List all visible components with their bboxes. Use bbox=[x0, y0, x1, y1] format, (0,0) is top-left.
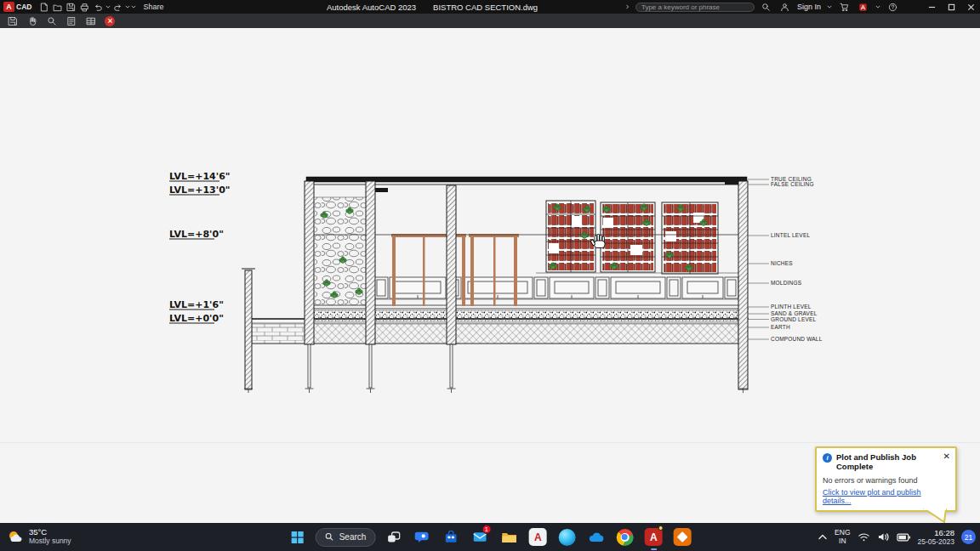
taskbar-search-label: Search bbox=[339, 532, 367, 542]
model-space-canvas[interactable]: LVL=+14'6" LVL=+13'0" LVL=+8'0" LVL=+1'6… bbox=[0, 28, 980, 523]
sign-in-button[interactable]: Sign In bbox=[797, 3, 821, 11]
notification-close-icon[interactable]: ✕ bbox=[943, 452, 950, 461]
level-label-0-0: LVL=+0'0" bbox=[169, 313, 224, 324]
volume-icon[interactable] bbox=[877, 531, 890, 542]
share-button[interactable]: Share bbox=[143, 3, 163, 11]
annotation-false-ceiling: FALSE CEILING bbox=[771, 181, 814, 187]
annotation-compound-wall: COMPOUND WALL bbox=[771, 336, 823, 342]
store-icon[interactable] bbox=[440, 523, 462, 551]
chat-icon[interactable] bbox=[411, 523, 433, 551]
weather-desc: Mostly sunny bbox=[29, 537, 71, 546]
file-explorer-icon[interactable] bbox=[498, 523, 520, 551]
level-label-8-0: LVL=+8'0" bbox=[169, 229, 224, 240]
save-icon[interactable] bbox=[7, 15, 19, 27]
annotation-niches: NICHES bbox=[771, 260, 793, 266]
quick-toolbar bbox=[0, 14, 980, 28]
task-view-icon[interactable] bbox=[382, 523, 404, 551]
pan-hand-icon[interactable] bbox=[26, 15, 38, 27]
keyword-search-placeholder: Type a keyword or phrase bbox=[641, 3, 720, 11]
close-drawing-icon[interactable] bbox=[105, 16, 115, 26]
keyword-search-input[interactable]: Type a keyword or phrase bbox=[635, 3, 755, 12]
plot-printer-button[interactable] bbox=[77, 1, 91, 13]
undo-dropdown-caret[interactable] bbox=[105, 1, 111, 13]
wifi-icon[interactable] bbox=[858, 531, 870, 542]
title-bar: A CAD Share Autodesk AutoCAD 2023 BISTRO… bbox=[0, 0, 980, 14]
qat-customize-caret[interactable] bbox=[130, 1, 136, 13]
notification-tail bbox=[921, 508, 949, 524]
autodesk-access-caret[interactable] bbox=[875, 1, 880, 13]
start-button[interactable] bbox=[287, 523, 309, 551]
annotation-moldings: MOLDINGS bbox=[771, 280, 801, 286]
autocad-logo-icon[interactable]: A bbox=[3, 2, 14, 12]
undo-button[interactable] bbox=[91, 1, 105, 13]
annotation-sand-gravel: SAND & GRAVEL bbox=[771, 310, 818, 316]
shelf-unit-3 bbox=[662, 202, 718, 274]
search-icon bbox=[325, 532, 334, 542]
tray-time: 16:28 bbox=[918, 528, 954, 537]
weather-icon bbox=[7, 529, 24, 546]
help-icon[interactable] bbox=[886, 1, 899, 13]
orange-app-icon[interactable] bbox=[671, 523, 693, 551]
annotation-plinth-level: PLINTH LEVEL bbox=[771, 304, 812, 310]
notification-body: No errors or warnings found bbox=[823, 476, 950, 485]
autocad-window: { "titlebar": { "logo_letter": "A", "log… bbox=[0, 0, 980, 551]
system-tray: ENG IN 16:28 25-05-2023 21 bbox=[818, 523, 976, 551]
taskbar-center: Search 1 bbox=[287, 523, 694, 551]
document-title: BISTRO CAD SECTION.dwg bbox=[433, 3, 538, 12]
app-title: Autodesk AutoCAD 2023 bbox=[327, 3, 416, 12]
clock[interactable]: 16:28 25-05-2023 bbox=[918, 528, 954, 547]
search-icon[interactable] bbox=[760, 1, 773, 13]
notification-count-badge[interactable]: 21 bbox=[961, 530, 976, 544]
wainscot-panels bbox=[374, 277, 738, 298]
annotation-ground-level: GROUND LEVEL bbox=[771, 316, 816, 322]
notification-title: Plot and Publish Job Complete bbox=[836, 452, 937, 472]
shelf-unit-2 bbox=[601, 202, 655, 272]
search-history-caret[interactable] bbox=[624, 1, 630, 13]
maximize-button[interactable] bbox=[944, 0, 959, 14]
weather-widget[interactable]: 35°C Mostly sunny bbox=[7, 523, 71, 551]
annotation-leaders bbox=[748, 179, 769, 339]
mail-badge: 1 bbox=[481, 525, 491, 534]
footing-stubs bbox=[244, 344, 748, 393]
cart-icon[interactable] bbox=[837, 1, 851, 13]
redo-dropdown-caret[interactable] bbox=[124, 1, 130, 13]
taskbar: 35°C Mostly sunny Search bbox=[0, 523, 980, 551]
titlebar-right-cluster: Type a keyword or phrase Sign In bbox=[624, 0, 978, 14]
annotation-earth: EARTH bbox=[771, 324, 790, 330]
onedrive-icon[interactable] bbox=[584, 523, 607, 551]
sign-in-caret[interactable] bbox=[826, 1, 832, 13]
sheet-icon[interactable] bbox=[66, 15, 77, 27]
running-indicator bbox=[651, 548, 657, 551]
chrome-icon[interactable] bbox=[613, 523, 635, 551]
notification-details-link[interactable]: Click to view plot and publish details..… bbox=[823, 488, 950, 505]
user-icon[interactable] bbox=[778, 1, 792, 13]
window-title: Autodesk AutoCAD 2023 BISTRO CAD SECTION… bbox=[327, 0, 538, 14]
battery-icon[interactable] bbox=[897, 532, 911, 542]
tray-date: 25-05-2023 bbox=[918, 537, 954, 546]
open-folder-button[interactable] bbox=[50, 1, 64, 13]
notification-balloon: i Plot and Publish Job Complete ✕ No err… bbox=[815, 446, 957, 512]
autodesk-access-icon[interactable] bbox=[856, 1, 869, 13]
autocad-running-icon[interactable]: A bbox=[642, 523, 664, 551]
level-label-14-6: LVL=+14'6" bbox=[169, 171, 231, 182]
info-icon: i bbox=[823, 453, 832, 463]
close-button[interactable] bbox=[964, 0, 978, 14]
taskbar-search-input[interactable]: Search bbox=[316, 528, 376, 547]
level-label-1-6: LVL=+1'6" bbox=[169, 299, 224, 310]
grid-icon[interactable] bbox=[85, 15, 97, 27]
language-switcher[interactable]: ENG IN bbox=[835, 529, 850, 546]
autocad-logo-text: CAD bbox=[16, 3, 31, 11]
tray-expand-icon[interactable] bbox=[818, 532, 828, 542]
redo-button[interactable] bbox=[111, 1, 124, 13]
mail-icon[interactable]: 1 bbox=[469, 523, 491, 551]
autocad-notification-dot bbox=[658, 525, 663, 531]
annotation-lintel-level: LINTEL LEVEL bbox=[771, 232, 810, 238]
zoom-icon[interactable] bbox=[46, 15, 58, 27]
autocad-launcher-icon[interactable]: A bbox=[527, 523, 549, 551]
new-file-button[interactable] bbox=[37, 1, 50, 13]
save-button[interactable] bbox=[64, 1, 77, 13]
level-label-13-0: LVL=+13'0" bbox=[169, 185, 231, 196]
edge-icon[interactable] bbox=[556, 523, 578, 551]
minimize-button[interactable] bbox=[925, 0, 939, 14]
